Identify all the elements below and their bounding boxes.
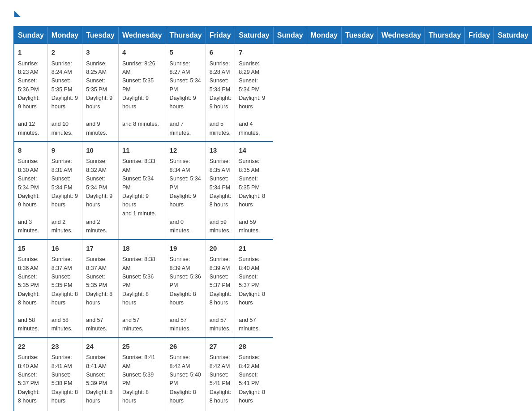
weekday-header-thursday: Thursday <box>425 26 465 44</box>
day-number: 20 <box>210 244 232 254</box>
calendar-cell: 19Sunrise: 8:39 AMSunset: 5:36 PMDayligh… <box>166 240 206 338</box>
calendar-cell: 1Sunrise: 8:23 AMSunset: 5:36 PMDaylight… <box>14 44 47 141</box>
day-number: 27 <box>210 342 232 352</box>
day-info: Sunrise: 8:35 AMSunset: 5:34 PMDaylight:… <box>210 157 232 235</box>
calendar-cell: 15Sunrise: 8:36 AMSunset: 5:35 PMDayligh… <box>14 240 47 338</box>
calendar-cell: 27Sunrise: 8:42 AMSunset: 5:41 PMDayligh… <box>206 338 235 411</box>
calendar-cell: 6Sunrise: 8:28 AMSunset: 5:34 PMDaylight… <box>206 44 235 141</box>
day-number: 24 <box>86 342 115 352</box>
day-number: 14 <box>239 146 270 156</box>
day-info: Sunrise: 8:42 AMSunset: 5:41 PMDaylight:… <box>239 353 270 411</box>
calendar-cell: 24Sunrise: 8:41 AMSunset: 5:39 PMDayligh… <box>82 338 119 411</box>
calendar-cell: 10Sunrise: 8:32 AMSunset: 5:34 PMDayligh… <box>82 141 119 240</box>
calendar-cell: 4Sunrise: 8:26 AMSunset: 5:35 PMDaylight… <box>118 44 166 141</box>
day-number: 6 <box>210 47 232 58</box>
day-info: Sunrise: 8:37 AMSunset: 5:35 PMDaylight:… <box>86 255 115 333</box>
weekday-header-wednesday: Wednesday <box>118 26 166 44</box>
day-number: 17 <box>86 244 115 254</box>
day-info: Sunrise: 8:40 AMSunset: 5:37 PMDaylight:… <box>18 353 44 411</box>
day-info: Sunrise: 8:24 AMSunset: 5:35 PMDaylight:… <box>51 60 78 137</box>
calendar-cell: 3Sunrise: 8:25 AMSunset: 5:35 PMDaylight… <box>82 44 119 141</box>
day-info: Sunrise: 8:36 AMSunset: 5:35 PMDaylight:… <box>18 255 44 333</box>
day-info: Sunrise: 8:42 AMSunset: 5:41 PMDaylight:… <box>210 353 232 411</box>
day-number: 5 <box>170 47 202 58</box>
calendar-cell: 8Sunrise: 8:30 AMSunset: 5:34 PMDaylight… <box>14 141 47 240</box>
day-number: 28 <box>239 342 270 352</box>
day-info: Sunrise: 8:39 AMSunset: 5:37 PMDaylight:… <box>210 255 232 333</box>
day-number: 13 <box>210 146 232 156</box>
weekday-header-tuesday: Tuesday <box>82 26 119 44</box>
day-info: Sunrise: 8:27 AMSunset: 5:34 PMDaylight:… <box>170 60 202 137</box>
weekday-header-monday: Monday <box>307 26 341 44</box>
day-info: Sunrise: 8:26 AMSunset: 5:35 PMDaylight:… <box>122 60 162 129</box>
day-number: 8 <box>18 146 44 156</box>
day-info: Sunrise: 8:30 AMSunset: 5:34 PMDaylight:… <box>18 157 44 235</box>
day-number: 10 <box>86 146 115 156</box>
day-info: Sunrise: 8:34 AMSunset: 5:34 PMDaylight:… <box>170 157 202 235</box>
day-info: Sunrise: 8:41 AMSunset: 5:39 PMDaylight:… <box>122 353 162 411</box>
logo <box>13 9 21 17</box>
weekday-header-saturday: Saturday <box>494 26 532 44</box>
day-info: Sunrise: 8:28 AMSunset: 5:34 PMDaylight:… <box>210 60 232 137</box>
weekday-header-monday: Monday <box>47 26 82 44</box>
day-number: 15 <box>18 244 44 254</box>
day-number: 16 <box>51 244 78 254</box>
calendar-table: SundayMondayTuesdayWednesdayThursdayFrid… <box>13 26 532 411</box>
calendar-cell: 21Sunrise: 8:40 AMSunset: 5:37 PMDayligh… <box>235 240 273 338</box>
day-info: Sunrise: 8:39 AMSunset: 5:36 PMDaylight:… <box>170 255 202 333</box>
day-number: 1 <box>18 47 44 58</box>
day-info: Sunrise: 8:25 AMSunset: 5:35 PMDaylight:… <box>86 60 115 137</box>
calendar-cell: 2Sunrise: 8:24 AMSunset: 5:35 PMDaylight… <box>47 44 82 141</box>
day-number: 4 <box>122 47 162 58</box>
weekday-header-tuesday: Tuesday <box>341 26 378 44</box>
day-info: Sunrise: 8:37 AMSunset: 5:35 PMDaylight:… <box>51 255 78 333</box>
day-info: Sunrise: 8:31 AMSunset: 5:34 PMDaylight:… <box>51 157 78 235</box>
day-info: Sunrise: 8:40 AMSunset: 5:37 PMDaylight:… <box>239 255 270 333</box>
calendar-cell: 5Sunrise: 8:27 AMSunset: 5:34 PMDaylight… <box>166 44 206 141</box>
weekday-header-wednesday: Wednesday <box>378 26 425 44</box>
calendar-cell: 25Sunrise: 8:41 AMSunset: 5:39 PMDayligh… <box>118 338 166 411</box>
day-number: 19 <box>170 244 202 254</box>
day-info: Sunrise: 8:41 AMSunset: 5:39 PMDaylight:… <box>86 353 115 411</box>
calendar-cell: 14Sunrise: 8:35 AMSunset: 5:35 PMDayligh… <box>235 141 273 240</box>
calendar-week-row: 1Sunrise: 8:23 AMSunset: 5:36 PMDaylight… <box>14 44 532 141</box>
day-number: 3 <box>86 47 115 58</box>
day-info: Sunrise: 8:41 AMSunset: 5:38 PMDaylight:… <box>51 353 78 411</box>
weekday-header-sunday: Sunday <box>14 26 47 44</box>
calendar-cell: 11Sunrise: 8:33 AMSunset: 5:34 PMDayligh… <box>118 141 166 240</box>
calendar-week-row: 8Sunrise: 8:30 AMSunset: 5:34 PMDaylight… <box>14 141 532 240</box>
calendar-cell: 20Sunrise: 8:39 AMSunset: 5:37 PMDayligh… <box>206 240 235 338</box>
weekday-header-thursday: Thursday <box>166 26 206 44</box>
calendar-cell: 26Sunrise: 8:42 AMSunset: 5:40 PMDayligh… <box>166 338 206 411</box>
day-info: Sunrise: 8:38 AMSunset: 5:36 PMDaylight:… <box>122 255 162 333</box>
calendar-cell: 16Sunrise: 8:37 AMSunset: 5:35 PMDayligh… <box>47 240 82 338</box>
weekday-header-row: SundayMondayTuesdayWednesdayThursdayFrid… <box>14 26 532 44</box>
calendar-cell: 9Sunrise: 8:31 AMSunset: 5:34 PMDaylight… <box>47 141 82 240</box>
weekday-header-friday: Friday <box>465 26 494 44</box>
day-number: 26 <box>170 342 202 352</box>
day-number: 2 <box>51 47 78 58</box>
weekday-header-saturday: Saturday <box>235 26 273 44</box>
day-number: 21 <box>239 244 270 254</box>
calendar-cell: 28Sunrise: 8:42 AMSunset: 5:41 PMDayligh… <box>235 338 273 411</box>
calendar-cell: 12Sunrise: 8:34 AMSunset: 5:34 PMDayligh… <box>166 141 206 240</box>
day-number: 22 <box>18 342 44 352</box>
calendar-cell: 7Sunrise: 8:29 AMSunset: 5:34 PMDaylight… <box>235 44 273 141</box>
calendar-week-row: 15Sunrise: 8:36 AMSunset: 5:35 PMDayligh… <box>14 240 532 338</box>
day-number: 7 <box>239 47 270 58</box>
calendar-cell: 17Sunrise: 8:37 AMSunset: 5:35 PMDayligh… <box>82 240 119 338</box>
calendar-cell: 18Sunrise: 8:38 AMSunset: 5:36 PMDayligh… <box>118 240 166 338</box>
logo-triangle-icon <box>14 11 21 17</box>
calendar-cell: 23Sunrise: 8:41 AMSunset: 5:38 PMDayligh… <box>47 338 82 411</box>
calendar-week-row: 22Sunrise: 8:40 AMSunset: 5:37 PMDayligh… <box>14 338 532 411</box>
day-number: 9 <box>51 146 78 156</box>
calendar-cell: 13Sunrise: 8:35 AMSunset: 5:34 PMDayligh… <box>206 141 235 240</box>
weekday-header-sunday: Sunday <box>273 26 307 44</box>
day-number: 12 <box>170 146 202 156</box>
page-header <box>13 9 519 17</box>
day-info: Sunrise: 8:32 AMSunset: 5:34 PMDaylight:… <box>86 157 115 235</box>
calendar-cell: 22Sunrise: 8:40 AMSunset: 5:37 PMDayligh… <box>14 338 47 411</box>
day-info: Sunrise: 8:23 AMSunset: 5:36 PMDaylight:… <box>18 60 44 137</box>
day-info: Sunrise: 8:35 AMSunset: 5:35 PMDaylight:… <box>239 157 270 235</box>
day-info: Sunrise: 8:42 AMSunset: 5:40 PMDaylight:… <box>170 353 202 411</box>
